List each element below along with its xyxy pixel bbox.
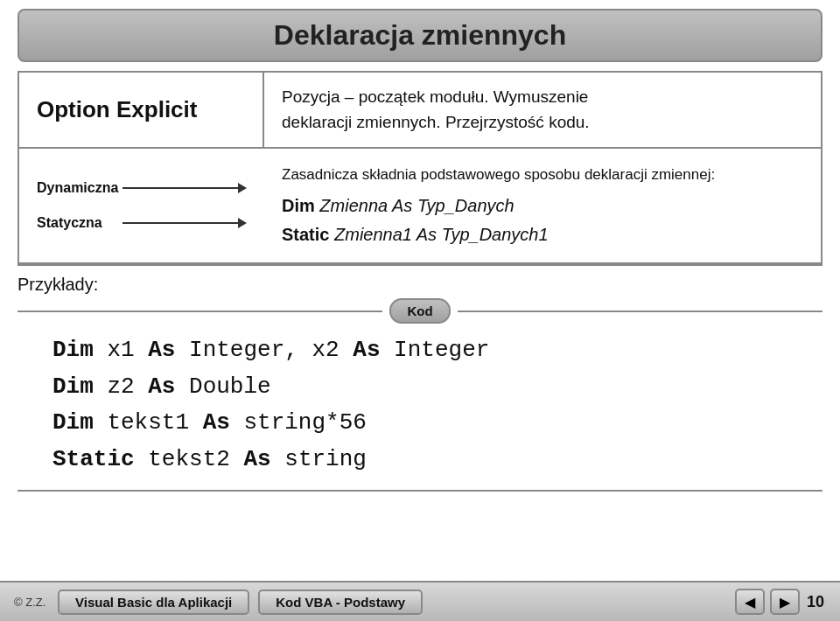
- examples-label: Przykłady:: [18, 275, 822, 295]
- desc-line1: Pozycja – początek modułu. Wymuszenie: [282, 85, 590, 110]
- desc-line2: deklaracji zmiennych. Przejrzystość kodu…: [282, 110, 590, 136]
- syntax-line-1: Dim Zmienna As Typ_Danych: [282, 196, 715, 216]
- dynamic-label: Dynamiczna: [37, 180, 116, 196]
- nav-next-button[interactable]: ▶: [770, 589, 800, 615]
- static-row: Statyczna: [37, 215, 247, 231]
- kod-badge: Kod: [389, 298, 450, 324]
- syntax2-rest: Zmienna1 As Typ_Danych1: [329, 225, 548, 244]
- static-keyword: Static: [282, 225, 329, 244]
- copyright-text: © Z.Z.: [14, 596, 49, 609]
- middle-row: Dynamiczna Statyczna Zasadnicza składnia…: [19, 149, 821, 264]
- footer: © Z.Z. Visual Basic dla Aplikacji Kod VB…: [0, 581, 840, 621]
- arrow-shaft-dynamic: [122, 187, 238, 189]
- code-line-1: Dim x1 As Integer, x2 As Integer: [52, 332, 788, 369]
- arrow-head-dynamic: [238, 183, 247, 193]
- code-line-3: Dim tekst1 As string*56: [52, 405, 788, 442]
- main-content-box: Option Explicit Pozycja – początek moduł…: [18, 71, 822, 266]
- code-var-2: z2 As Double: [94, 373, 271, 400]
- top-row: Option Explicit Pozycja – początek moduł…: [19, 73, 821, 149]
- labels-arrows-cell: Dynamiczna Statyczna: [19, 159, 264, 252]
- code-var-3: tekst1 As string*56: [94, 409, 367, 436]
- static-label: Statyczna: [37, 215, 116, 231]
- footer-nav: ◀ ▶ 10: [735, 589, 826, 615]
- dim-kw-1: Dim: [52, 337, 94, 363]
- nav-prev-button[interactable]: ◀: [735, 589, 765, 615]
- next-icon: ▶: [780, 594, 790, 611]
- dim-kw-3: Dim: [52, 409, 94, 436]
- footer-btn-kod-vba[interactable]: Kod VBA - Podstawy: [258, 590, 423, 615]
- dynamic-row: Dynamiczna: [37, 180, 247, 196]
- static-kw-4: Static: [52, 446, 135, 472]
- dim-keyword: Dim: [282, 196, 315, 215]
- page-header: Deklaracja zmiennych: [18, 9, 822, 62]
- arrow-static: [122, 218, 247, 228]
- option-explicit-label: Option Explicit: [37, 96, 197, 123]
- page-title: Deklaracja zmiennych: [274, 19, 566, 51]
- syntax-cell: Zasadnicza składnia podstawowego sposobu…: [264, 159, 732, 252]
- code-line-2: Dim z2 As Double: [52, 369, 788, 406]
- arrow-shaft-static: [122, 222, 238, 224]
- bottom-divider: [18, 490, 822, 492]
- prev-icon: ◀: [745, 594, 755, 611]
- examples-section: Przykłady: Kod Dim x1 As Integer, x2 As …: [18, 275, 822, 481]
- dim-kw-2: Dim: [52, 373, 94, 400]
- option-explicit-cell: Option Explicit: [19, 73, 264, 147]
- footer-btn-visual-basic[interactable]: Visual Basic dla Aplikacji: [58, 590, 249, 615]
- line-left: [18, 310, 382, 312]
- syntax-line-2: Static Zmienna1 As Typ_Danych1: [282, 225, 715, 245]
- arrow-dynamic: [122, 183, 247, 193]
- code-line-4: Static tekst2 As string: [52, 442, 788, 478]
- code-block: Dim x1 As Integer, x2 As Integer Dim z2 …: [18, 329, 822, 481]
- syntax1-rest: Zmienna As Typ_Danych: [315, 196, 514, 215]
- code-var-4: tekst2 As string: [135, 446, 367, 472]
- line-right: [458, 310, 822, 312]
- arrow-head-static: [238, 218, 247, 228]
- zasadnicza-heading: Zasadnicza składnia podstawowego sposobu…: [282, 166, 715, 184]
- description-cell: Pozycja – początek modułu. Wymuszenie de…: [264, 73, 607, 147]
- code-var-1: x1 As Integer, x2 As Integer: [94, 337, 490, 363]
- page-number: 10: [805, 593, 826, 611]
- kod-row: Kod: [18, 298, 822, 324]
